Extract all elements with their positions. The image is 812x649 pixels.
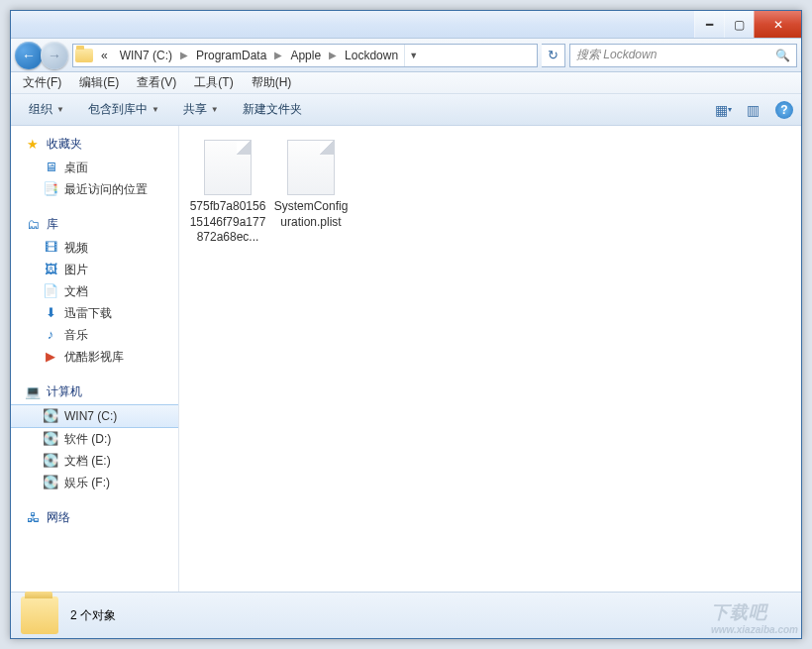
folder-icon (73, 49, 95, 62)
network-header[interactable]: 🖧网络 (11, 507, 178, 530)
menu-tools[interactable]: 工具(T) (186, 72, 241, 93)
music-icon: ♪ (43, 327, 58, 343)
sidebar-item-youku[interactable]: ▶优酷影视库 (11, 346, 178, 368)
desktop-icon: 🖥 (43, 160, 58, 175)
chevron-down-icon: ▼ (211, 105, 219, 114)
file-content-pane[interactable]: 575fb7a8015615146f79a177872a68ec... Syst… (179, 126, 801, 592)
folder-icon (21, 596, 58, 634)
menu-bar: 文件(F) 编辑(E) 查看(V) 工具(T) 帮助(H) (11, 72, 801, 94)
maximize-button[interactable]: ▢ (724, 11, 754, 38)
refresh-button[interactable]: ↻ (542, 44, 565, 67)
download-icon: ⬇ (43, 305, 58, 321)
chevron-right-icon[interactable]: ▶ (178, 50, 190, 60)
forward-button[interactable]: → (41, 42, 68, 69)
youku-icon: ▶ (43, 349, 58, 365)
libraries-header[interactable]: 🗂库 (11, 214, 178, 237)
nav-buttons: ← → (15, 42, 68, 69)
watermark: 下载吧 www.xiazaiba.com (711, 600, 798, 635)
libraries-group: 🗂库 🎞视频 🖼图片 📄文档 ⬇迅雷下载 ♪音乐 ▶优酷影视库 (11, 214, 178, 368)
breadcrumb-2[interactable]: Apple (284, 45, 327, 66)
sidebar-item-desktop[interactable]: 🖥桌面 (11, 157, 178, 178)
include-button[interactable]: 包含到库中▼ (78, 97, 169, 122)
address-bar[interactable]: « WIN7 (C:)▶ ProgramData▶ Apple▶ Lockdow… (72, 44, 538, 67)
favorites-group: ★收藏夹 🖥桌面 📑最近访问的位置 (11, 134, 178, 200)
drive-icon: 💽 (43, 453, 58, 469)
library-icon: 🗂 (25, 217, 41, 233)
computer-icon: 💻 (25, 384, 41, 400)
help-button[interactable]: ? (775, 101, 793, 119)
sidebar-item-music[interactable]: ♪音乐 (11, 324, 178, 346)
menu-file[interactable]: 文件(F) (15, 72, 69, 93)
file-label: SystemConfiguration.plist (272, 199, 350, 230)
sidebar-item-recent[interactable]: 📑最近访问的位置 (11, 178, 178, 200)
drive-icon: 💽 (43, 475, 58, 490)
minimize-button[interactable]: ━ (694, 11, 724, 38)
chevron-down-icon: ▼ (56, 105, 64, 114)
sidebar-item-drive-c[interactable]: 💽WIN7 (C:) (11, 404, 178, 428)
computer-header[interactable]: 💻计算机 (11, 381, 178, 404)
sidebar-item-documents[interactable]: 📄文档 (11, 280, 178, 302)
search-placeholder: 搜索 Lockdown (576, 47, 657, 63)
address-dropdown[interactable]: ▼ (404, 45, 422, 66)
chevron-right-icon[interactable]: ▶ (272, 50, 284, 60)
menu-view[interactable]: 查看(V) (129, 72, 184, 93)
status-count: 2 个对象 (70, 607, 116, 624)
breadcrumb-1[interactable]: ProgramData (190, 45, 272, 66)
toolbar: 组织▼ 包含到库中▼ 共享▼ 新建文件夹 ▦▾ ▥ ? (11, 94, 801, 126)
menu-edit[interactable]: 编辑(E) (71, 72, 127, 93)
back-button[interactable]: ← (15, 42, 43, 69)
picture-icon: 🖼 (43, 262, 58, 277)
file-item[interactable]: 575fb7a8015615146f79a177872a68ec... (189, 140, 266, 246)
search-icon[interactable]: 🔍 (775, 49, 790, 62)
file-icon (287, 140, 335, 195)
file-label: 575fb7a8015615146f79a177872a68ec... (189, 199, 266, 246)
menu-help[interactable]: 帮助(H) (244, 72, 300, 93)
crumb-prefix: « (95, 45, 114, 66)
titlebar: ━ ▢ ✕ (11, 11, 801, 39)
sidebar-item-pictures[interactable]: 🖼图片 (11, 259, 178, 280)
explorer-window: ━ ▢ ✕ ← → « WIN7 (C:)▶ ProgramData▶ Appl… (10, 10, 802, 639)
sidebar-item-drive-f[interactable]: 💽娱乐 (F:) (11, 472, 178, 493)
file-item[interactable]: SystemConfiguration.plist (272, 140, 350, 246)
organize-button[interactable]: 组织▼ (19, 97, 74, 122)
preview-pane-button[interactable]: ▥ (740, 99, 765, 121)
favorites-header[interactable]: ★收藏夹 (11, 134, 178, 157)
breadcrumb-0[interactable]: WIN7 (C:) (114, 45, 178, 66)
drive-icon: 💽 (43, 431, 58, 447)
recent-icon: 📑 (43, 181, 58, 197)
close-button[interactable]: ✕ (754, 11, 801, 38)
file-icon (204, 140, 252, 195)
share-button[interactable]: 共享▼ (173, 97, 229, 122)
sidebar-item-video[interactable]: 🎞视频 (11, 237, 178, 259)
video-icon: 🎞 (43, 240, 58, 256)
breadcrumb-3[interactable]: Lockdown (339, 45, 404, 66)
sidebar-item-drive-d[interactable]: 💽软件 (D:) (11, 428, 178, 450)
network-icon: 🖧 (25, 510, 41, 526)
document-icon: 📄 (43, 283, 58, 299)
nav-row: ← → « WIN7 (C:)▶ ProgramData▶ Apple▶ Loc… (11, 39, 801, 72)
body-area: ★收藏夹 🖥桌面 📑最近访问的位置 🗂库 🎞视频 🖼图片 📄文档 ⬇迅雷下载 ♪… (11, 126, 801, 592)
view-options-button[interactable]: ▦▾ (710, 99, 736, 121)
chevron-right-icon[interactable]: ▶ (327, 50, 339, 60)
sidebar-item-drive-e[interactable]: 💽文档 (E:) (11, 450, 178, 472)
network-group: 🖧网络 (11, 507, 178, 530)
sidebar-item-xunlei[interactable]: ⬇迅雷下载 (11, 302, 178, 324)
drive-icon: 💽 (43, 408, 58, 424)
nav-sidebar: ★收藏夹 🖥桌面 📑最近访问的位置 🗂库 🎞视频 🖼图片 📄文档 ⬇迅雷下载 ♪… (11, 126, 179, 592)
star-icon: ★ (25, 137, 41, 153)
search-input[interactable]: 搜索 Lockdown 🔍 (569, 44, 797, 67)
chevron-down-icon: ▼ (152, 105, 159, 114)
status-bar: 2 个对象 (11, 592, 801, 638)
newfolder-button[interactable]: 新建文件夹 (233, 97, 312, 122)
computer-group: 💻计算机 💽WIN7 (C:) 💽软件 (D:) 💽文档 (E:) 💽娱乐 (F… (11, 381, 178, 493)
